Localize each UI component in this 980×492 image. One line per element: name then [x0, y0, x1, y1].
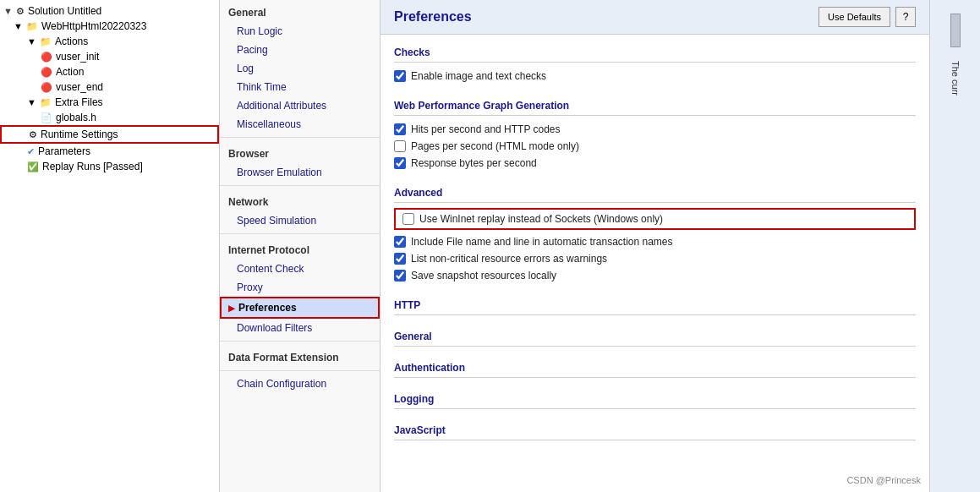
tree-item-vuser-init[interactable]: 🔴 vuser_init [0, 49, 219, 64]
javascript-label: JavaScript [394, 419, 916, 440]
help-button[interactable]: ? [895, 7, 916, 27]
logging-label: Logging [394, 388, 916, 409]
nav-item-preferences[interactable]: ▶ Preferences [220, 297, 380, 319]
nav-section-browser: Browser [220, 141, 380, 163]
tree-item-extra-files[interactable]: ▼ 📁 Extra Files [0, 95, 219, 110]
label-hits-per-second: Hits per second and HTTP codes [411, 123, 561, 135]
label-use-wininet: Use WinInet replay instead of Sockets (W… [419, 213, 663, 225]
expand-icon-2: ▼ [14, 21, 23, 31]
tree-item-globals[interactable]: 📄 globals.h [0, 110, 219, 125]
nav-item-pacing[interactable]: Pacing [220, 41, 380, 59]
tree-item-webhttp[interactable]: ▼ 📁 WebHttpHtml20220323 [0, 19, 219, 34]
nav-divider-2 [220, 185, 380, 186]
nav-item-content-check[interactable]: Content Check [220, 260, 380, 278]
nav-item-log[interactable]: Log [220, 59, 380, 78]
tree-item-vuser-end[interactable]: 🔴 vuser_end [0, 79, 219, 95]
checkbox-use-wininet[interactable] [402, 213, 414, 225]
right-panel-text: The curr [950, 61, 961, 96]
checkbox-response-bytes[interactable] [394, 157, 406, 169]
expand-icon: ▼ [3, 6, 13, 16]
params-icon: ✔ [27, 146, 35, 157]
tree-item-label: Actions [55, 36, 88, 47]
general-sub-label: General [394, 325, 916, 347]
tree-item-label: Extra Files [55, 96, 103, 108]
tree-item-runtime-settings[interactable]: ⚙ Runtime Settings [0, 125, 219, 144]
label-save-snapshot: Save snapshot resources locally [411, 270, 556, 282]
nav-panel: General Run Logic Pacing Log Think Time … [220, 0, 381, 492]
solution-icon: ⚙ [16, 6, 25, 17]
right-panel: The curr [929, 0, 980, 492]
checkbox-save-snapshot[interactable] [394, 270, 406, 282]
checks-section: Checks Enable image and text checks [394, 41, 916, 85]
web-perf-section: Web Performance Graph Generation Hits pe… [394, 95, 916, 172]
label-list-noncritical: List non-critical resource errors as war… [411, 253, 607, 265]
nav-arrow-icon: ▶ [228, 303, 235, 313]
tree-item-label: Replay Runs [Passed] [42, 161, 143, 172]
header-buttons: Use Defaults ? [818, 7, 916, 27]
advanced-section: Advanced Use WinInet replay instead of S… [394, 182, 916, 284]
tree-item-label: Action [56, 66, 84, 78]
http-section-label: HTTP [394, 294, 916, 315]
tree-item-label: Parameters [38, 145, 90, 157]
logging-section: Logging [394, 388, 916, 409]
tree-item-actions[interactable]: ▼ 📁 Actions [0, 34, 219, 49]
tree-item-label: vuser_end [56, 81, 103, 93]
tree-item-solution[interactable]: ▼ ⚙ Solution Untitled [0, 3, 219, 19]
label-pages-per-second: Pages per second (HTML mode only) [411, 140, 579, 152]
authentication-section: Authentication [394, 357, 916, 378]
general-sub-section: General [394, 325, 916, 347]
expand-icon-4: ▼ [27, 97, 36, 107]
authentication-label: Authentication [394, 357, 916, 378]
http-section: HTTP [394, 294, 916, 315]
tree-item-label: Runtime Settings [41, 128, 118, 140]
label-enable-image-text: Enable image and text checks [411, 70, 546, 82]
label-include-filename: Include File name and line in automatic … [411, 236, 673, 248]
action-icon-2: 🔴 [41, 67, 52, 78]
tree-item-label: globals.h [56, 112, 96, 123]
folder-icon: 📁 [26, 21, 38, 32]
tree-item-replay-runs[interactable]: ✅ Replay Runs [Passed] [0, 159, 219, 174]
expand-icon-3: ▼ [27, 36, 36, 46]
nav-item-additional-attributes[interactable]: Additional Attributes [220, 96, 380, 115]
nav-divider-3 [220, 233, 380, 234]
checkbox-row-hits: Hits per second and HTTP codes [394, 121, 916, 138]
nav-item-run-logic[interactable]: Run Logic [220, 22, 380, 41]
nav-item-proxy[interactable]: Proxy [220, 278, 380, 297]
folder-icon-3: 📁 [40, 97, 52, 108]
content-body: Checks Enable image and text checks Web … [381, 35, 929, 492]
checkbox-list-noncritical[interactable] [394, 253, 406, 265]
checkbox-enable-image-text[interactable] [394, 70, 406, 82]
checkbox-row-response-bytes: Response bytes per second [394, 155, 916, 172]
settings-icon: ⚙ [29, 129, 37, 140]
action-icon-3: 🔴 [41, 82, 52, 93]
nav-item-download-filters[interactable]: Download Filters [220, 319, 380, 337]
nav-item-miscellaneous[interactable]: Miscellaneous [220, 115, 380, 134]
panel-handle[interactable] [950, 14, 961, 47]
checkbox-row-pages: Pages per second (HTML mode only) [394, 138, 916, 155]
use-defaults-button[interactable]: Use Defaults [818, 7, 890, 27]
checkbox-hits-per-second[interactable] [394, 123, 406, 135]
tree-item-parameters[interactable]: ✔ Parameters [0, 144, 219, 159]
nav-item-speed-simulation[interactable]: Speed Simulation [220, 211, 380, 230]
checkbox-include-filename[interactable] [394, 236, 406, 248]
javascript-section: JavaScript [394, 419, 916, 440]
nav-section-network: Network [220, 189, 380, 211]
checkbox-row-save-snapshot: Save snapshot resources locally [394, 267, 916, 284]
advanced-section-label: Advanced [394, 182, 916, 203]
action-icon: 🔴 [41, 52, 52, 63]
file-icon: 📄 [41, 112, 52, 123]
tree-item-action[interactable]: 🔴 Action [0, 64, 219, 79]
nav-item-browser-emulation[interactable]: Browser Emulation [220, 163, 380, 182]
main-header: Preferences Use Defaults ? [381, 0, 929, 35]
nav-divider-1 [220, 137, 380, 138]
nav-section-data-format: Data Format Extension [220, 345, 380, 367]
nav-item-think-time[interactable]: Think Time [220, 78, 380, 96]
page-title: Preferences [394, 9, 472, 25]
replay-icon: ✅ [27, 161, 39, 172]
checks-section-label: Checks [394, 41, 916, 63]
checkbox-pages-per-second[interactable] [394, 140, 406, 152]
nav-item-chain-configuration[interactable]: Chain Configuration [220, 374, 380, 393]
nav-section-general: General [220, 0, 380, 22]
checkbox-row-enable-image: Enable image and text checks [394, 68, 916, 85]
folder-icon-2: 📁 [40, 36, 52, 47]
